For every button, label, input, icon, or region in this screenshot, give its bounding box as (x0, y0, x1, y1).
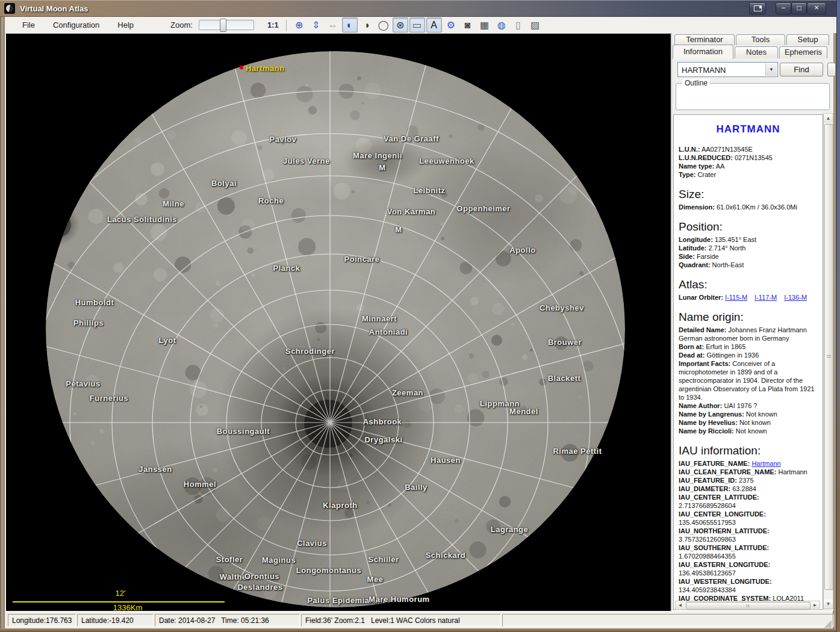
link-i-115-m[interactable]: I-115-M (725, 294, 747, 301)
scroll-right-icon[interactable]: ► (810, 601, 820, 609)
rotate-moon-icon[interactable]: ◐ (342, 17, 358, 33)
map-label-pavlov[interactable]: Pavlov (270, 135, 297, 144)
map-label-planck[interactable]: Planck (273, 264, 300, 273)
scroll-up-icon[interactable]: ▲ (824, 114, 833, 123)
camera-icon[interactable]: ◙ (460, 17, 476, 33)
link-i-117-m[interactable]: I-117-M (754, 294, 777, 301)
info-horizontal-scrollbar[interactable]: ◄ ► (675, 601, 820, 610)
map-label-clavius[interactable]: Clavius (297, 539, 327, 548)
libration-ellipse-icon[interactable]: ◯ (376, 17, 391, 33)
map-label-phillips[interactable]: Phillips (73, 318, 104, 327)
center-target-icon[interactable]: ⊕ (291, 17, 307, 33)
ruler-icon[interactable]: ▭ (409, 17, 425, 33)
map-label-milne[interactable]: Milne (163, 199, 184, 208)
vertical-scroll-thumb[interactable] (824, 124, 833, 590)
map-label-leibnitz[interactable]: Leibnitz (413, 186, 445, 195)
tab-setup[interactable]: Setup (786, 34, 829, 45)
map-label-schickard[interactable]: Schickard (426, 551, 466, 560)
ephemeris-calc-icon[interactable]: ▦ (477, 17, 493, 33)
zoom-ratio[interactable]: 1:1 (267, 20, 279, 29)
map-label-minnaert[interactable]: Minnaert (362, 314, 397, 323)
document-icon[interactable]: ▯ (511, 17, 526, 33)
menu-help[interactable]: Help (108, 20, 143, 29)
tab-tools[interactable]: Tools (736, 34, 785, 45)
map-label-schiller[interactable]: Schiller (369, 555, 399, 564)
minimize-button[interactable]: − (776, 2, 791, 14)
scroll-down-icon[interactable]: ▼ (824, 599, 833, 609)
search-input[interactable] (680, 64, 764, 76)
map-label-mare-ingenii[interactable]: Mare Ingenii (353, 151, 402, 160)
find-button[interactable]: Find (780, 63, 823, 76)
moon-phase-icon[interactable]: ◑ (359, 17, 375, 33)
grid-globe-icon[interactable]: ⊛ (393, 17, 408, 33)
zoom-slider-thumb[interactable] (220, 19, 226, 32)
map-label-van-de-graaff[interactable]: Van De Graaff (384, 134, 439, 143)
map-label-stofler[interactable]: Stofler (216, 555, 243, 564)
map-label-drygalski[interactable]: Drygalski (364, 435, 402, 444)
link-hartmann[interactable]: Hartmann (751, 460, 780, 467)
map-label-maginus[interactable]: Maginus (262, 556, 296, 565)
map-label-roche[interactable]: Roche (258, 196, 284, 205)
outline-box[interactable]: Outline (676, 83, 830, 110)
map-label-janssen[interactable]: Janssen (138, 465, 172, 474)
map-label-hausen[interactable]: Hausen (431, 456, 461, 465)
map-label-leeuwenhoek[interactable]: Leeuwenhoek (419, 156, 474, 166)
flip-vertical-icon[interactable]: ⇕ (308, 17, 324, 33)
labels-icon[interactable]: A (426, 17, 442, 33)
tab-terminator[interactable]: Terminator (674, 34, 735, 45)
map-label-boussingault[interactable]: Boussingault (217, 427, 270, 436)
map-label-deslandres[interactable]: Deslandres (237, 583, 282, 592)
map-label-lacus-solitudinis[interactable]: Lacus Solitudinis (107, 215, 177, 224)
map-label-lyot[interactable]: Lyot (159, 336, 176, 345)
settings-gear-icon[interactable]: ⚙ (443, 17, 459, 33)
map-label-longomontanus[interactable]: Longomontanus (296, 566, 361, 575)
map-label-chebyshev[interactable]: Chebyshev (540, 303, 584, 312)
map-label-mee[interactable]: Mee (367, 575, 384, 584)
map-label-oppenheimer[interactable]: Oppenheimer (456, 204, 510, 213)
map-label-lagrange[interactable]: Lagrange (491, 525, 529, 534)
close-button[interactable]: × (807, 2, 826, 14)
map-label-klaproth[interactable]: Klaproth (323, 501, 357, 510)
window-mode-button[interactable] (749, 2, 766, 14)
flip-horizontal-icon[interactable]: ⇔ (325, 17, 341, 33)
earth-icon[interactable]: ◍ (494, 17, 509, 33)
link-i-136-m[interactable]: I-136-M (784, 294, 807, 301)
map-label-zeeman[interactable]: Zeeman (392, 388, 423, 397)
map-label-bolyai[interactable]: Bolyai (211, 179, 237, 188)
search-combobox[interactable]: ▼ (677, 62, 778, 77)
map-label-hommel[interactable]: Hommel (184, 480, 216, 489)
map-label-m[interactable]: M (379, 163, 385, 172)
map-label-antoniadi[interactable]: Antoniadi (369, 327, 408, 336)
tab-ephemeris[interactable]: Ephemeris (779, 46, 827, 58)
map-label-petavius[interactable]: Petavius (66, 379, 100, 388)
menu-configuration[interactable]: Configuration (44, 20, 108, 29)
moon-map[interactable]: PavlovVan De GraaffJules VerneMare Ingen… (6, 34, 671, 611)
map-label-m[interactable]: M (395, 225, 402, 234)
map-label-bailly[interactable]: Bailly (405, 483, 428, 492)
info-vertical-scrollbar[interactable]: ▲ ▼ (823, 113, 833, 609)
map-label-von-karman[interactable]: Von Karman (387, 207, 436, 216)
map-label-rimae-pettit[interactable]: Rimae Pettit (553, 447, 602, 456)
map-label-furnerius[interactable]: Furnerius (90, 394, 128, 403)
chevron-down-icon[interactable]: ▼ (765, 63, 777, 76)
map-label-brouwer[interactable]: Brouwer (548, 338, 582, 347)
map-label-mare-humorum[interactable]: Mare Humorum (369, 595, 429, 604)
scroll-left-icon[interactable]: ◄ (676, 601, 685, 609)
map-label-ashbrook[interactable]: Ashbrook (363, 417, 402, 426)
map-label-jules-verne[interactable]: Jules Verne (283, 156, 330, 166)
image-icon[interactable]: ▨ (527, 17, 543, 33)
hartmann-marker-label[interactable]: Hartmann (246, 64, 285, 73)
map-label-mendel[interactable]: Mendel (509, 407, 538, 416)
info-content[interactable]: HARTMANNL.U.N.: AA0271N13545EL.U.N.REDUC… (673, 114, 823, 610)
menu-file[interactable]: File (13, 20, 44, 29)
zoom-slider[interactable] (199, 20, 254, 30)
map-label-apollo[interactable]: Apollo (509, 246, 535, 255)
maximize-button[interactable]: □ (791, 2, 807, 14)
map-label-orontius[interactable]: Orontius (244, 572, 279, 581)
horizontal-scroll-thumb[interactable] (686, 602, 810, 610)
map-label-poincare[interactable]: Poincare (344, 255, 380, 264)
map-label-blackett[interactable]: Blackett (548, 374, 581, 383)
tab-notes[interactable]: Notes (735, 46, 778, 58)
map-label-schrodinger[interactable]: Schrodinger (285, 347, 335, 356)
title-bar[interactable]: Virtual Moon Atlas − □ × (0, 0, 836, 17)
